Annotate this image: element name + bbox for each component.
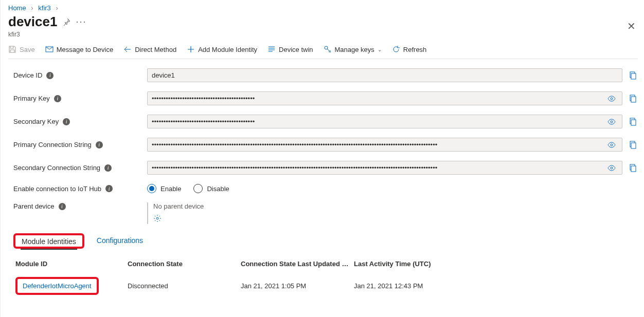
breadcrumb-home[interactable]: Home bbox=[8, 4, 26, 12]
device-twin-label: Device twin bbox=[279, 46, 313, 53]
secondary-key-value: ••••••••••••••••••••••••••••••••••••••••… bbox=[152, 118, 255, 125]
header-last-activity: Last Activity Time (UTC) bbox=[354, 260, 638, 268]
primary-key-label: Primary Key bbox=[13, 95, 50, 102]
header-module-id: Module ID bbox=[15, 260, 128, 268]
copy-icon[interactable] bbox=[628, 164, 638, 172]
enable-radio-label: Enable bbox=[160, 185, 181, 193]
module-id-link[interactable]: DefenderIotMicroAgent bbox=[23, 282, 92, 290]
refresh-label: Refresh bbox=[403, 46, 427, 53]
copy-icon[interactable] bbox=[628, 71, 638, 80]
enable-connection-label: Enable connection to IoT Hub bbox=[13, 185, 101, 193]
header-connection-state: Connection State bbox=[128, 260, 241, 268]
info-icon[interactable]: i bbox=[63, 118, 70, 125]
close-icon[interactable]: ✕ bbox=[625, 18, 638, 34]
copy-icon[interactable] bbox=[628, 141, 638, 149]
device-twin-button[interactable]: Device twin bbox=[267, 45, 313, 53]
disable-radio[interactable]: Disable bbox=[193, 184, 229, 193]
add-module-identity-button[interactable]: Add Module Identity bbox=[187, 45, 257, 53]
direct-method-button[interactable]: Direct Method bbox=[123, 45, 176, 53]
svg-point-16 bbox=[156, 217, 158, 219]
primary-key-field[interactable]: ••••••••••••••••••••••••••••••••••••••••… bbox=[147, 91, 622, 105]
secondary-key-field[interactable]: ••••••••••••••••••••••••••••••••••••••••… bbox=[147, 115, 622, 128]
svg-point-4 bbox=[611, 98, 613, 100]
secondary-connection-string-label: Secondary Connection String bbox=[13, 164, 100, 172]
show-icon[interactable] bbox=[605, 165, 618, 171]
info-icon[interactable]: i bbox=[46, 72, 53, 79]
svg-rect-6 bbox=[631, 97, 636, 102]
manage-keys-label: Manage keys bbox=[335, 46, 374, 53]
connection-state-value: Disconnected bbox=[128, 282, 241, 290]
pin-icon[interactable] bbox=[62, 18, 70, 26]
svg-rect-15 bbox=[631, 166, 636, 172]
table-header: Module ID Connection State Connection St… bbox=[15, 260, 638, 274]
device-id-label: Device ID bbox=[13, 71, 42, 79]
primary-key-value: ••••••••••••••••••••••••••••••••••••••••… bbox=[152, 95, 255, 102]
breadcrumb: Home › kfir3 › bbox=[8, 0, 638, 12]
table-row: DefenderIotMicroAgent Disconnected Jan 2… bbox=[15, 274, 638, 298]
breadcrumb-parent[interactable]: kfir3 bbox=[38, 4, 51, 12]
more-icon[interactable]: ··· bbox=[76, 16, 86, 27]
info-icon[interactable]: i bbox=[59, 203, 66, 210]
svg-point-7 bbox=[611, 121, 613, 123]
last-updated-value: Jan 21, 2021 1:05 PM bbox=[241, 282, 354, 290]
svg-rect-9 bbox=[631, 120, 636, 125]
header-last-updated: Connection State Last Updated … bbox=[241, 260, 354, 268]
copy-icon[interactable] bbox=[628, 118, 638, 126]
save-button: Save bbox=[8, 45, 35, 53]
chevron-right-icon: › bbox=[28, 4, 36, 12]
page-title: device1 bbox=[8, 14, 57, 30]
device-id-field[interactable]: device1 bbox=[147, 68, 622, 82]
secondary-cs-value: ••••••••••••••••••••••••••••••••••••••••… bbox=[152, 164, 437, 172]
toolbar: Save Message to Device Direct Method Add… bbox=[8, 38, 638, 59]
secondary-connection-string-field[interactable]: ••••••••••••••••••••••••••••••••••••••••… bbox=[147, 161, 622, 175]
show-icon[interactable] bbox=[605, 142, 618, 148]
svg-rect-3 bbox=[631, 73, 636, 79]
save-label: Save bbox=[20, 46, 35, 53]
info-icon[interactable]: i bbox=[105, 185, 113, 192]
tab-configurations[interactable]: Configurations bbox=[96, 233, 144, 249]
gear-icon[interactable] bbox=[153, 214, 162, 224]
svg-rect-12 bbox=[631, 143, 636, 148]
info-icon[interactable]: i bbox=[54, 95, 61, 102]
refresh-button[interactable]: Refresh bbox=[392, 45, 427, 53]
last-activity-value: Jan 21, 2021 12:43 PM bbox=[354, 282, 638, 290]
info-icon[interactable]: i bbox=[96, 141, 103, 148]
parent-device-label: Parent device bbox=[13, 202, 55, 210]
primary-connection-string-label: Primary Connection String bbox=[13, 141, 92, 148]
chevron-right-icon: › bbox=[52, 4, 61, 12]
manage-keys-button[interactable]: Manage keys ⌄ bbox=[324, 45, 382, 53]
page-subtitle: kfir3 bbox=[8, 31, 86, 38]
device-id-value: device1 bbox=[152, 71, 175, 79]
secondary-key-label: Secondary Key bbox=[13, 118, 59, 125]
enable-radio[interactable]: Enable bbox=[147, 184, 181, 193]
info-icon[interactable]: i bbox=[104, 164, 112, 172]
svg-point-10 bbox=[611, 144, 613, 146]
svg-point-13 bbox=[611, 167, 613, 169]
chevron-down-icon: ⌄ bbox=[378, 47, 382, 52]
message-label: Message to Device bbox=[57, 46, 114, 53]
primary-connection-string-field[interactable]: ••••••••••••••••••••••••••••••••••••••••… bbox=[147, 138, 622, 152]
disable-radio-label: Disable bbox=[207, 185, 229, 193]
primary-cs-value: ••••••••••••••••••••••••••••••••••••••••… bbox=[152, 141, 437, 148]
copy-icon[interactable] bbox=[628, 95, 638, 103]
message-to-device-button[interactable]: Message to Device bbox=[45, 45, 114, 53]
tab-module-identities[interactable]: Module Identities bbox=[21, 234, 77, 250]
add-module-label: Add Module Identity bbox=[198, 46, 257, 53]
show-icon[interactable] bbox=[605, 119, 618, 125]
show-icon[interactable] bbox=[605, 96, 618, 102]
parent-device-value: No parent device bbox=[153, 202, 204, 210]
direct-method-label: Direct Method bbox=[135, 46, 176, 53]
